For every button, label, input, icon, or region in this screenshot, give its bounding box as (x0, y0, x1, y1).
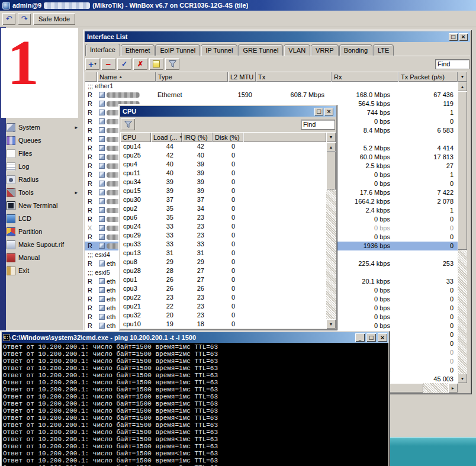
table-row[interactable]: cpu2542400 (120, 151, 326, 160)
table-row[interactable]: cpu3333330 (120, 240, 326, 249)
table-row[interactable]: cpu440390 (120, 160, 326, 169)
scroll-down-icon[interactable]: ▼ (458, 374, 467, 383)
column-header-cpu[interactable]: CPU (120, 132, 151, 142)
table-row[interactable]: cpu2223230 (120, 293, 326, 302)
table-row[interactable]: cpu1140390 (120, 169, 326, 178)
comment-row[interactable]: ;;; ether1 (85, 82, 458, 91)
table-row[interactable]: cpu2933230 (120, 231, 326, 240)
tab-gre-tunnel[interactable]: GRE Tunnel (238, 44, 283, 56)
column-header-rx[interactable]: Rx (332, 72, 398, 82)
tab-interface[interactable]: Interface (85, 44, 120, 56)
column-select-button[interactable]: ▼ (458, 72, 467, 82)
sidebar-item-partition[interactable]: Partition (5, 225, 79, 238)
window-title: Interface List (87, 33, 127, 40)
sort-asc-icon: ▲ (118, 75, 123, 79)
table-row[interactable]: cpu235340 (120, 204, 326, 213)
vertical-scrollbar[interactable]: ▲ ▼ (458, 82, 467, 383)
close-button[interactable]: × (378, 333, 387, 342)
column-header-irq[interactable]: IRQ (%) (182, 132, 213, 142)
table-row[interactable]: cpu635230 (120, 213, 326, 222)
tab-vrrp[interactable]: VRRP (311, 44, 339, 56)
table-row[interactable]: cpu1331310 (120, 249, 326, 258)
app-title-suffix: (MikroTik) - WinBox v6.7 on CCR1036-12G-… (92, 2, 248, 9)
cpu-titlebar[interactable]: CPU □ × (120, 106, 336, 117)
scroll-track[interactable] (458, 250, 467, 374)
tab-eoip-tunnel[interactable]: EoIP Tunnel (155, 44, 200, 56)
column-header-tx-packet-p-s[interactable]: Tx Packet (p/s) (398, 72, 458, 82)
redo-button[interactable]: ↷ (18, 13, 31, 25)
find-input[interactable] (435, 59, 469, 69)
column-header-flags[interactable] (85, 72, 97, 82)
sidebar-item-manual[interactable]: Manual (5, 251, 79, 264)
table-row[interactable]: cpu3037370 (120, 195, 326, 204)
scroll-right-icon[interactable]: ► (448, 383, 458, 393)
vertical-scrollbar[interactable]: ▲ ▼ (326, 142, 336, 329)
table-row[interactable]: cpu1019180 (120, 320, 326, 329)
sidebar-item-files[interactable]: Files (5, 147, 79, 160)
interface-list-titlebar[interactable]: Interface List □ × (85, 31, 470, 42)
scroll-up-icon[interactable]: ▲ (458, 82, 467, 91)
minimize-button[interactable]: _ (355, 333, 365, 342)
maximize-button[interactable]: □ (314, 108, 323, 115)
maximize-button[interactable]: □ (449, 33, 458, 41)
column-header-filler[interactable] (243, 132, 326, 142)
tab-lte[interactable]: LTE (373, 44, 394, 56)
app-title: admin@9 (MikroTik) - WinBox v6.7 on CCR1… (12, 2, 248, 9)
disable-button[interactable]: ✗ (133, 58, 147, 70)
sidebar-item-queues[interactable]: Queues (5, 134, 79, 147)
tab-ip-tunnel[interactable]: IP Tunnel (201, 44, 237, 56)
scroll-track[interactable] (423, 383, 448, 393)
scroll-thumb[interactable] (458, 91, 467, 250)
table-row[interactable]: cpu326260 (120, 284, 326, 293)
tab-bonding[interactable]: Bonding (339, 44, 372, 56)
comment-button[interactable] (149, 58, 163, 70)
enable-button[interactable]: ✓ (117, 58, 131, 70)
sidebar-item-new-terminal[interactable]: New Terminal (5, 199, 79, 212)
tab-vlan[interactable]: VLAN (284, 44, 310, 56)
column-header-load[interactable]: Load (...▼ (151, 132, 182, 142)
scroll-up-icon[interactable]: ▲ (326, 142, 336, 152)
sidebar-item-make-supout-rif[interactable]: Make Supout.rif (5, 238, 79, 251)
table-row[interactable]: cpu829290 (120, 258, 326, 266)
scroll-thumb[interactable] (326, 152, 336, 189)
undo-button[interactable]: ↶ (2, 13, 15, 25)
column-header-tx[interactable]: Tx (256, 72, 332, 82)
table-row[interactable]: cpu3439390 (120, 178, 326, 187)
add-button[interactable]: +▾ (85, 58, 99, 70)
maximize-button[interactable]: □ (366, 333, 376, 342)
scroll-down-icon[interactable]: ▼ (326, 319, 336, 329)
table-row[interactable]: cpu2828270 (120, 266, 326, 275)
sidebar-item-log[interactable]: Log (5, 160, 79, 173)
tab-ethernet[interactable]: Ethernet (121, 44, 155, 56)
remove-button[interactable]: − (101, 58, 115, 70)
sidebar-item-system[interactable]: System▸ (5, 121, 79, 134)
sidebar-item-lcd[interactable]: LCD (5, 212, 79, 225)
interface-icon (99, 287, 105, 293)
table-row[interactable]: cpu1539390 (120, 187, 326, 195)
table-row[interactable]: cpu1444420 (120, 142, 326, 151)
filter-button[interactable] (121, 118, 135, 130)
table-row[interactable]: REthernet1590608.7 Mbps168.0 Mbps67 436 (85, 91, 458, 99)
filter-button[interactable] (165, 58, 179, 70)
sidebar-item-tools[interactable]: Tools▸ (5, 186, 79, 199)
column-header-disk[interactable]: Disk (%) (213, 132, 243, 142)
column-select-button[interactable]: ▼ (326, 132, 336, 142)
scroll-track[interactable] (326, 189, 336, 319)
table-row[interactable]: cpu2122230 (120, 302, 326, 311)
column-header-l2-mtu[interactable]: L2 MTU (228, 72, 256, 82)
table-row[interactable]: cpu126270 (120, 275, 326, 284)
sidebar-item-exit[interactable]: Exit (5, 264, 79, 277)
cmd-titlebar[interactable]: C:\ C:\Windows\system32\cmd.exe - ping 1… (2, 332, 388, 343)
close-button[interactable]: × (459, 33, 468, 41)
column-header-type[interactable]: Type (156, 72, 228, 82)
column-header-name[interactable]: Name▲ (97, 72, 156, 82)
table-row[interactable]: cpu2433230 (120, 222, 326, 231)
console-line: Ответ от 10.200.200.1: число байт=1500 в… (3, 422, 387, 429)
sidebar-item-radius[interactable]: Radius (5, 173, 79, 186)
find-input[interactable] (301, 120, 335, 130)
console-output[interactable]: Ответ от 10.200.200.1: число байт=1500 в… (2, 343, 388, 466)
safe-mode-button[interactable]: Safe Mode (33, 13, 75, 25)
scrollbar-corner (458, 383, 467, 393)
table-row[interactable]: cpu3220230 (120, 311, 326, 320)
close-button[interactable]: × (324, 108, 333, 115)
